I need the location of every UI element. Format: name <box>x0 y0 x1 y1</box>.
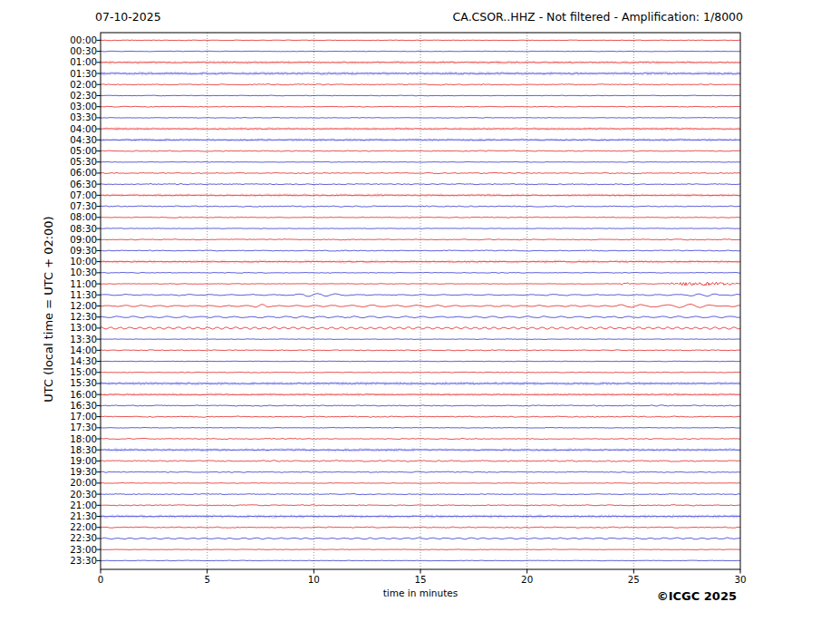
trace-21:00 <box>101 505 740 506</box>
row-label-00:00: 00:00 <box>57 35 97 45</box>
row-label-21:00: 21:00 <box>57 500 97 510</box>
row-label-16:30: 16:30 <box>57 401 97 411</box>
x-tick-label-15: 15 <box>404 574 437 585</box>
row-label-10:30: 10:30 <box>57 267 97 277</box>
copyright: ©ICGC 2025 <box>657 589 737 603</box>
trace-17:00 <box>101 416 740 417</box>
trace-07:30 <box>101 206 740 207</box>
trace-17:30 <box>101 427 740 428</box>
row-label-11:30: 11:30 <box>57 290 97 300</box>
row-label-13:00: 13:00 <box>57 323 97 333</box>
trace-21:30 <box>101 516 740 517</box>
row-label-15:00: 15:00 <box>57 367 97 377</box>
trace-10:30 <box>101 272 740 273</box>
row-label-06:30: 06:30 <box>57 180 97 189</box>
row-label-18:00: 18:00 <box>57 434 97 444</box>
x-axis-label: time in minutes <box>383 587 458 598</box>
trace-20:00 <box>101 483 740 484</box>
row-label-15:30: 15:30 <box>57 378 97 388</box>
row-label-18:30: 18:30 <box>57 445 97 455</box>
trace-11:00 <box>101 282 740 286</box>
trace-08:30 <box>101 228 740 229</box>
trace-18:00 <box>101 438 740 439</box>
row-label-16:00: 16:00 <box>57 390 97 400</box>
row-label-23:30: 23:30 <box>57 556 97 566</box>
row-label-00:30: 00:30 <box>57 46 97 56</box>
trace-13:30 <box>101 339 740 340</box>
row-label-17:30: 17:30 <box>57 422 97 432</box>
row-label-22:00: 22:00 <box>57 522 97 532</box>
row-label-05:00: 05:00 <box>57 146 97 156</box>
trace-15:00 <box>101 372 740 373</box>
row-label-08:00: 08:00 <box>57 212 97 222</box>
row-label-20:30: 20:30 <box>57 490 97 500</box>
trace-15:30 <box>101 383 740 384</box>
row-label-21:30: 21:30 <box>57 511 97 521</box>
row-label-19:30: 19:30 <box>57 467 97 477</box>
trace-06:30 <box>101 184 740 185</box>
row-label-04:30: 04:30 <box>57 135 97 145</box>
trace-05:00 <box>101 150 740 151</box>
row-label-11:00: 11:00 <box>57 279 97 289</box>
trace-23:30 <box>101 560 740 561</box>
row-label-14:00: 14:00 <box>57 345 97 355</box>
trace-13:00 <box>101 327 740 330</box>
row-label-02:00: 02:00 <box>57 80 97 90</box>
row-label-01:00: 01:00 <box>57 57 97 67</box>
trace-01:30 <box>101 73 740 74</box>
row-label-23:00: 23:00 <box>57 545 97 555</box>
row-label-03:00: 03:00 <box>57 102 97 112</box>
row-label-04:00: 04:00 <box>57 124 97 134</box>
row-label-12:30: 12:30 <box>57 312 97 322</box>
helicorder-page: 07-10-2025 CA.CSOR..HHZ - Not filtered -… <box>0 0 840 631</box>
row-label-01:30: 01:30 <box>57 69 97 79</box>
trace-12:30 <box>101 316 740 318</box>
trace-18:30 <box>101 450 740 451</box>
row-label-03:30: 03:30 <box>57 112 97 122</box>
row-label-06:00: 06:00 <box>57 168 97 178</box>
row-label-08:30: 08:30 <box>57 224 97 234</box>
row-label-07:30: 07:30 <box>57 201 97 211</box>
trace-00:00 <box>101 40 740 41</box>
row-label-12:00: 12:00 <box>57 301 97 311</box>
x-tick-label-25: 25 <box>617 574 650 585</box>
row-label-14:30: 14:30 <box>57 356 97 366</box>
row-label-09:30: 09:30 <box>57 246 97 256</box>
row-label-13:30: 13:30 <box>57 335 97 345</box>
row-label-05:30: 05:30 <box>57 157 97 167</box>
plot-frame <box>101 33 740 569</box>
row-label-07:00: 07:00 <box>57 190 97 200</box>
trace-19:30 <box>101 471 740 472</box>
trace-19:00 <box>101 461 740 462</box>
x-tick-label-0: 0 <box>84 574 117 585</box>
trace-14:30 <box>101 361 740 362</box>
row-label-17:00: 17:00 <box>57 412 97 422</box>
trace-23:00 <box>101 549 740 550</box>
trace-14:00 <box>101 350 740 351</box>
trace-00:30 <box>101 51 740 52</box>
row-label-20:00: 20:00 <box>57 478 97 488</box>
row-label-09:00: 09:00 <box>57 235 97 245</box>
x-tick-label-30: 30 <box>724 574 757 585</box>
x-tick-label-5: 5 <box>191 574 224 585</box>
row-label-10:00: 10:00 <box>57 257 97 267</box>
row-label-19:00: 19:00 <box>57 456 97 466</box>
trace-07:00 <box>101 195 740 196</box>
row-label-22:30: 22:30 <box>57 533 97 543</box>
x-tick-label-20: 20 <box>511 574 544 585</box>
row-label-02:30: 02:30 <box>57 91 97 101</box>
trace-06:00 <box>101 172 740 173</box>
helicorder-plot <box>0 0 840 631</box>
trace-20:30 <box>101 494 740 495</box>
trace-05:30 <box>101 161 740 162</box>
x-tick-label-10: 10 <box>297 574 330 585</box>
